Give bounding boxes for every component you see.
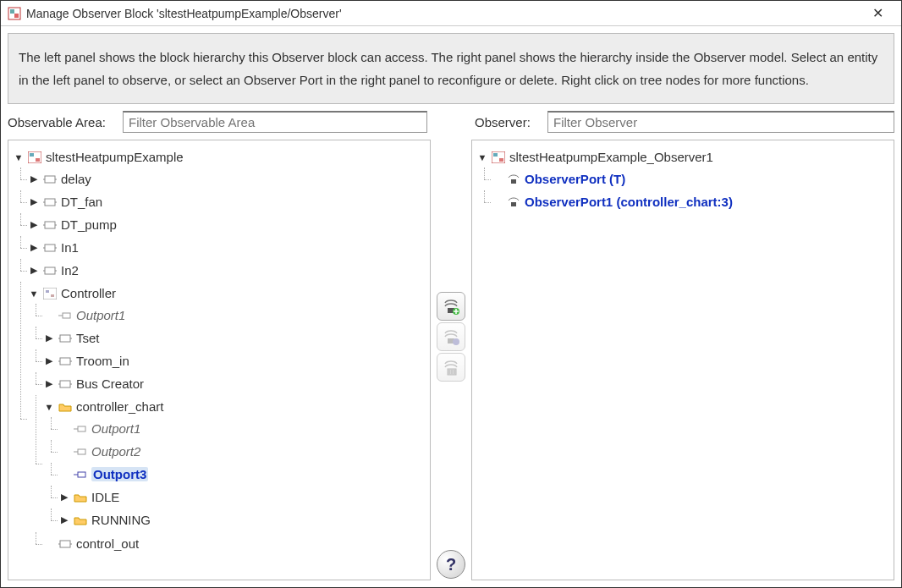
tree-label: Tset — [76, 331, 100, 345]
expand-icon[interactable]: ▶ — [29, 196, 39, 207]
add-observer-button[interactable] — [437, 292, 465, 321]
reconfigure-observer-button[interactable] — [437, 322, 465, 351]
expand-icon[interactable]: ▶ — [44, 378, 54, 389]
observer-tree[interactable]: ▼ sltestHeatpumpExample_Observer1 ·Obser… — [472, 140, 894, 580]
svg-rect-39 — [78, 472, 85, 477]
filter-observer-input[interactable] — [547, 111, 894, 133]
tree-item-cc-outport1[interactable]: ·Outport1 — [59, 418, 428, 439]
tree-label: ObserverPort (T) — [525, 172, 625, 186]
svg-rect-35 — [78, 426, 85, 431]
content-area: The left panel shows the block hierarchy… — [1, 26, 901, 587]
svg-rect-12 — [45, 222, 55, 228]
help-button[interactable]: ? — [437, 550, 465, 579]
svg-rect-37 — [78, 449, 85, 454]
svg-rect-1 — [10, 9, 14, 14]
tree-item-running[interactable]: ▶RUNNING — [59, 509, 428, 530]
observer-port-item[interactable]: ·ObserverPort (T) — [492, 168, 892, 190]
tree-label: ObserverPort1 (controller_chart:3) — [525, 195, 733, 209]
tree-root-left[interactable]: ▼ sltestHeatpumpExample — [14, 146, 428, 168]
tree-label: Outport1 — [91, 421, 140, 436]
svg-rect-26 — [60, 335, 70, 342]
expand-icon[interactable]: ▶ — [29, 265, 39, 276]
tree-item-outport1[interactable]: ·Outport1 — [44, 305, 428, 326]
tree-item-delay[interactable]: ▶delay — [29, 168, 428, 190]
tree-item-dt-fan[interactable]: ▶DT_fan — [29, 191, 428, 212]
block-icon — [58, 377, 73, 391]
expand-icon[interactable]: ▶ — [59, 514, 69, 525]
tree-label: Outport2 — [91, 444, 140, 459]
tree-item-tset[interactable]: ▶Tset — [44, 327, 428, 349]
svg-rect-58 — [511, 202, 516, 206]
svg-rect-21 — [43, 288, 57, 299]
left-filter-col: Observable Area: — [8, 111, 427, 133]
svg-rect-57 — [511, 179, 516, 184]
observer-port-icon — [506, 173, 521, 186]
dialog-window: Manage Observer Block 'sltestHeatpumpExa… — [0, 0, 902, 588]
tree-item-dt-pump[interactable]: ▶DT_pump — [29, 214, 428, 235]
titlebar: Manage Observer Block 'sltestHeatpumpExa… — [1, 1, 901, 26]
expand-icon[interactable]: ▶ — [29, 219, 39, 230]
block-icon — [42, 173, 58, 186]
expand-icon[interactable]: ▶ — [29, 173, 39, 184]
tree-label: Outport1 — [76, 308, 125, 322]
expand-icon[interactable]: ▶ — [44, 332, 54, 343]
filter-observable-input[interactable] — [123, 111, 427, 133]
tree-item-idle[interactable]: ▶IDLE — [59, 486, 428, 508]
expand-icon[interactable]: ▶ — [59, 492, 69, 503]
observer-label: Observer: — [475, 115, 542, 129]
svg-rect-29 — [60, 358, 70, 365]
svg-point-49 — [453, 338, 459, 345]
tree-item-troom-in[interactable]: ▶Troom_in — [44, 350, 428, 371]
help-label: ? — [446, 555, 456, 574]
tree-item-cc-outport2[interactable]: ·Outport2 — [59, 441, 428, 462]
expand-icon[interactable]: ▼ — [44, 402, 54, 412]
tree-label: In2 — [61, 263, 79, 278]
outport-icon — [58, 309, 73, 322]
svg-rect-23 — [51, 294, 54, 297]
folder-icon — [73, 514, 88, 527]
outport-icon — [73, 445, 88, 459]
tree-label: control_out — [76, 536, 139, 551]
right-filter-col: Observer: — [434, 111, 894, 133]
tree-item-control-out[interactable]: ·control_out — [44, 533, 428, 554]
svg-rect-9 — [45, 199, 55, 206]
tree-label: controller_chart — [76, 399, 163, 414]
tree-item-cc-outport3[interactable]: ·Outport3 — [59, 464, 428, 485]
observable-tree[interactable]: ▼ sltestHeatpumpExample ▶delay ▶DT_fan ▶… — [8, 140, 430, 580]
main-area: ▼ sltestHeatpumpExample ▶delay ▶DT_fan ▶… — [8, 140, 894, 580]
observable-tree-panel: ▼ sltestHeatpumpExample ▶delay ▶DT_fan ▶… — [8, 140, 431, 580]
svg-rect-5 — [36, 158, 40, 162]
expand-icon[interactable]: ▼ — [477, 152, 487, 162]
app-icon — [8, 7, 21, 20]
tree-root-right[interactable]: ▼ sltestHeatpumpExample_Observer1 — [477, 146, 892, 168]
tree-label: delay — [61, 172, 91, 186]
tree-item-controller[interactable]: ▼Controller — [29, 283, 428, 304]
expand-icon[interactable]: ▼ — [29, 289, 39, 299]
filters-row: Observable Area: Observer: — [8, 111, 894, 133]
svg-rect-6 — [45, 176, 55, 183]
tree-item-bus-creator[interactable]: ▶Bus Creator — [44, 373, 428, 394]
close-button[interactable]: ✕ — [861, 5, 894, 21]
expand-icon[interactable]: ▶ — [29, 242, 39, 253]
delete-observer-button[interactable] — [437, 353, 465, 382]
svg-rect-24 — [63, 313, 70, 318]
tree-item-in1[interactable]: ▶In1 — [29, 237, 428, 258]
block-icon — [58, 354, 73, 368]
tree-label: Troom_in — [76, 354, 129, 368]
svg-rect-41 — [60, 541, 70, 547]
svg-rect-56 — [499, 158, 503, 162]
tree-item-controller-chart[interactable]: ▼controller_chart — [44, 396, 428, 417]
window-title: Manage Observer Block 'sltestHeatpumpExa… — [26, 7, 342, 20]
block-icon — [42, 195, 58, 209]
observer-port-item[interactable]: ·ObserverPort1 (controller_chart:3) — [492, 191, 892, 212]
expand-icon[interactable]: ▶ — [44, 355, 54, 366]
tree-item-in2[interactable]: ▶In2 — [29, 260, 428, 281]
observer-tree-panel: ▼ sltestHeatpumpExample_Observer1 ·Obser… — [471, 140, 894, 580]
folder-icon — [73, 491, 88, 504]
observer-port-icon — [506, 195, 521, 209]
tree-label: RUNNING — [91, 513, 151, 527]
block-icon — [58, 537, 73, 551]
expand-icon[interactable]: ▼ — [14, 152, 24, 162]
middle-button-column: ? — [431, 140, 471, 580]
tree-label: DT_pump — [61, 217, 117, 232]
